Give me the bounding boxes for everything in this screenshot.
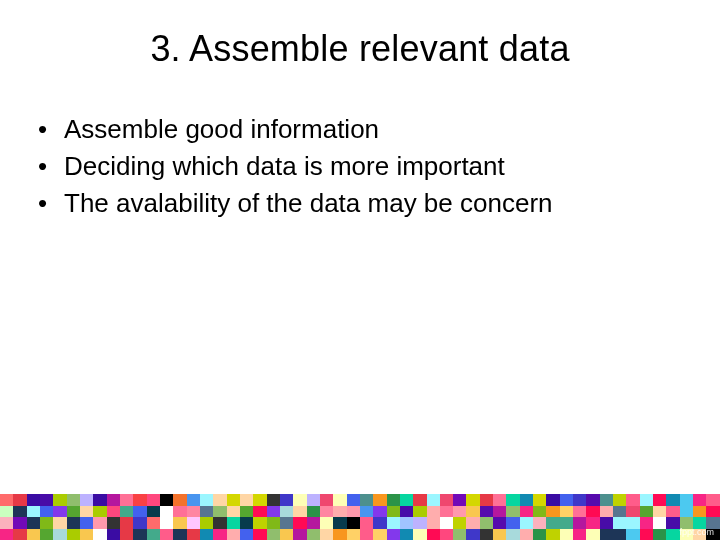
mosaic-cell [173,494,186,506]
mosaic-cell [600,529,613,541]
mosaic-cell [453,517,466,529]
mosaic-cell [533,494,546,506]
mosaic-cell [13,506,26,518]
mosaic-cell [427,517,440,529]
mosaic-cell [533,506,546,518]
mosaic-cell [666,494,679,506]
mosaic-cell [653,506,666,518]
mosaic-cell [187,494,200,506]
mosaic-cell [107,494,120,506]
mosaic-cell [173,529,186,541]
mosaic-cell [53,517,66,529]
mosaic-cell [546,506,559,518]
mosaic-cell [680,494,693,506]
mosaic-cell [533,529,546,541]
mosaic-cell [586,517,599,529]
slide-title: 3. Assemble relevant data [30,28,690,70]
mosaic-cell [506,517,519,529]
bullet-item: Assemble good information [38,112,690,147]
mosaic-cell [427,506,440,518]
mosaic-cell [67,517,80,529]
mosaic-cell [400,517,413,529]
mosaic-cell [93,529,106,541]
mosaic-cell [160,506,173,518]
mosaic-cell [120,494,133,506]
mosaic-cell [560,517,573,529]
mosaic-cell [120,506,133,518]
mosaic-cell [160,517,173,529]
mosaic-cell [213,494,226,506]
mosaic-cell [160,494,173,506]
mosaic-cell [347,506,360,518]
mosaic-cell [227,494,240,506]
mosaic-cell [320,506,333,518]
mosaic-cell [440,506,453,518]
mosaic-cell [360,517,373,529]
mosaic-cell [413,506,426,518]
mosaic-cell [320,529,333,541]
mosaic-cell [427,529,440,541]
mosaic-cell [666,529,679,541]
mosaic-cell [666,506,679,518]
mosaic-cell [387,529,400,541]
mosaic-cell [40,494,53,506]
mosaic-cell [347,494,360,506]
mosaic-cell [613,494,626,506]
mosaic-cell [13,494,26,506]
mosaic-cell [573,506,586,518]
mosaic-cell [253,529,266,541]
mosaic-cell [13,517,26,529]
mosaic-cell [120,529,133,541]
mosaic-cell [640,506,653,518]
mosaic-cell [347,529,360,541]
mosaic-cell [53,529,66,541]
mosaic-cell [40,506,53,518]
mosaic-cell [373,517,386,529]
mosaic-cell [413,517,426,529]
mosaic-cell [520,529,533,541]
bullet-item: The avalability of the data may be conce… [38,186,690,221]
mosaic-row [0,494,720,506]
mosaic-cell [213,529,226,541]
mosaic-cell [293,517,306,529]
mosaic-cell [293,494,306,506]
mosaic-cell [160,529,173,541]
mosaic-cell [387,494,400,506]
mosaic-cell [360,506,373,518]
mosaic-cell [546,494,559,506]
mosaic-cell [626,494,639,506]
mosaic-cell [573,494,586,506]
mosaic-cell [546,529,559,541]
mosaic-cell [453,529,466,541]
mosaic-cell [240,529,253,541]
mosaic-cell [480,529,493,541]
mosaic-cell [107,506,120,518]
mosaic-cell [333,506,346,518]
mosaic-cell [227,506,240,518]
mosaic-cell [506,494,519,506]
mosaic-cell [413,529,426,541]
mosaic-cell [67,529,80,541]
mosaic-cell [626,517,639,529]
slide: 3. Assemble relevant data Assemble good … [0,0,720,540]
mosaic-cell [400,494,413,506]
mosaic-cell [267,517,280,529]
mosaic-cell [640,517,653,529]
mosaic-cell [280,506,293,518]
mosaic-cell [373,529,386,541]
mosaic-cell [0,529,13,541]
mosaic-cell [200,494,213,506]
mosaic-cell [453,506,466,518]
mosaic-cell [440,517,453,529]
mosaic-cell [480,517,493,529]
mosaic-cell [253,494,266,506]
mosaic-cell [706,506,719,518]
mosaic-row [0,529,720,541]
mosaic-cell [27,494,40,506]
mosaic-cell [307,529,320,541]
mosaic-cell [253,506,266,518]
mosaic-cell [653,494,666,506]
mosaic-cell [613,517,626,529]
mosaic-cell [493,494,506,506]
mosaic-cell [27,529,40,541]
